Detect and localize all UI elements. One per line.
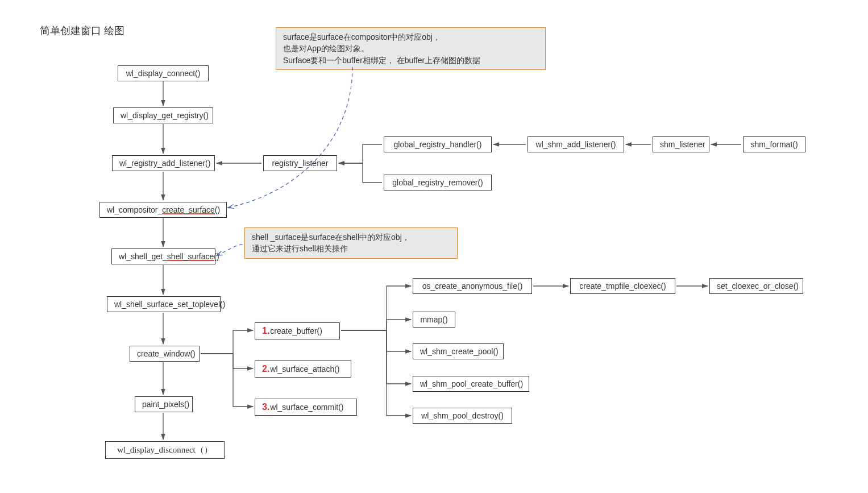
node-shm-create-pool: wl_shm_create_pool() bbox=[413, 343, 504, 359]
node-os-create-anon: os_create_anonymous_file() bbox=[413, 278, 532, 294]
node-global-handler: global_registry_handler() bbox=[384, 136, 492, 152]
node-set-toplevel: wl_shell_surface_set_toplevel() bbox=[107, 296, 221, 312]
diagram-title: 简单创建窗口 绘图 bbox=[40, 24, 124, 38]
lbl-surface-attach: wl_surface_attach() bbox=[270, 364, 339, 374]
t1: wl_compositor_ bbox=[107, 205, 162, 214]
node-registry-listener: registry_listener bbox=[263, 155, 337, 171]
note-shell-text: shell _surface是surface在shell中的对应obj， 通过它… bbox=[252, 233, 410, 253]
node-get-registry: wl_display_get_registry() bbox=[113, 107, 213, 123]
node-mmap: mmap() bbox=[413, 312, 455, 328]
node-connect: wl_display_connect() bbox=[118, 65, 209, 81]
node-create-tmpfile: create_tmpfile_cloexec() bbox=[570, 278, 675, 294]
node-shm-pool-destroy: wl_shm_pool_destroy() bbox=[413, 408, 512, 424]
node-add-listener: wl_registry_add_listener() bbox=[112, 155, 215, 171]
num-2: 2. bbox=[262, 364, 269, 374]
t2: create_surface() bbox=[162, 205, 220, 214]
lbl-surface-commit: wl_surface_commit() bbox=[270, 403, 343, 412]
note-surface-text: surface是surface在compositor中的对应obj， 也是对Ap… bbox=[283, 32, 480, 65]
node-create-window: create_window() bbox=[130, 346, 200, 362]
lbl-create-buffer: create_buffer() bbox=[270, 326, 322, 335]
node-comp-create-surface: wl_compositor_create_surface() bbox=[99, 202, 227, 218]
t3: wl_shell_get_ bbox=[119, 252, 167, 261]
num-3: 3. bbox=[262, 402, 269, 412]
node-surface-attach: 2.wl_surface_attach() bbox=[255, 361, 351, 378]
node-shm-listener: shm_listener bbox=[653, 136, 709, 152]
node-create-buffer: 1.create_buffer() bbox=[255, 322, 340, 339]
node-disconnect: wl_display_disconnect（） bbox=[105, 441, 225, 459]
node-shell-get-surface: wl_shell_get_shell_surface() bbox=[111, 248, 215, 264]
node-paint-pixels: paint_pixels() bbox=[135, 396, 193, 412]
node-set-cloexec: set_cloexec_or_close() bbox=[709, 278, 803, 294]
note-surface: surface是surface在compositor中的对应obj， 也是对Ap… bbox=[276, 27, 546, 70]
node-global-remover: global_registry_remover() bbox=[384, 175, 492, 190]
node-shm-format: shm_format() bbox=[743, 136, 805, 152]
node-shm-pool-create-buf: wl_shm_pool_create_buffer() bbox=[413, 376, 529, 392]
t4: shell_surface() bbox=[167, 252, 219, 261]
node-shm-add-listener: wl_shm_add_listener() bbox=[528, 136, 624, 152]
num-1: 1. bbox=[262, 326, 269, 335]
node-surface-commit: 3.wl_surface_commit() bbox=[255, 399, 357, 416]
note-shell: shell _surface是surface在shell中的对应obj， 通过它… bbox=[244, 227, 458, 259]
